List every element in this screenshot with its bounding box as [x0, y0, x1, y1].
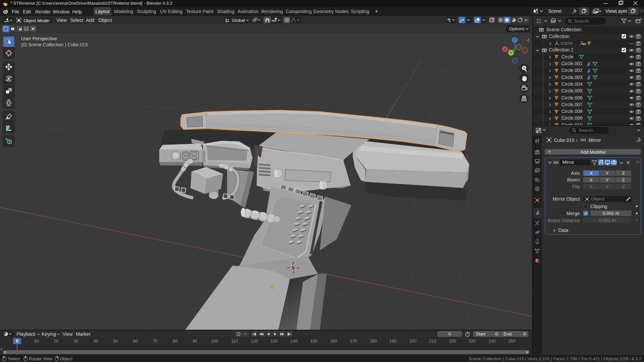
svg-text:Y: Y [510, 51, 512, 55]
svg-text:X: X [504, 47, 506, 51]
svg-text:Z: Z [514, 38, 516, 42]
